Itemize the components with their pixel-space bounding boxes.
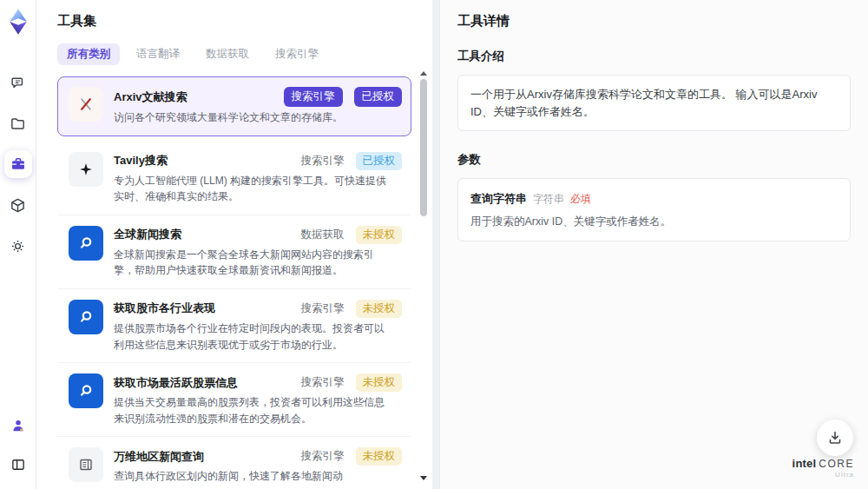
app-logo-icon[interactable]: [5, 8, 31, 36]
brand-core-text: CORE: [819, 458, 854, 470]
category-label: 数据获取: [301, 228, 345, 242]
app-window: 工具集 所有类别 语言翻译 数据获取 搜索引擎 Arxiv文献搜索: [0, 0, 868, 489]
blue-search-icon: [69, 226, 103, 261]
tool-card-regional-news[interactable]: 万维地区新闻查询 搜索引擎 未授权 查询具体行政区划内的新闻，快速了解各地新闻动: [57, 437, 411, 489]
tab-all-categories[interactable]: 所有类别: [57, 43, 120, 65]
auth-status-badge: 未授权: [356, 447, 403, 466]
param-description: 用于搜索的Arxiv ID、关键字或作者姓名。: [470, 215, 838, 229]
category-label: 搜索引擎: [301, 301, 345, 316]
sidebar-item-chat[interactable]: [4, 69, 32, 96]
details-title: 工具详情: [457, 13, 851, 30]
blue-search-icon: [69, 373, 103, 408]
sidebar-item-settings[interactable]: [4, 232, 32, 260]
cube-icon: [10, 197, 26, 214]
param-type: 字符串: [533, 193, 564, 205]
auth-status-badge: 已授权: [354, 87, 403, 107]
tool-description: 提供当天交易量最高的股票列表，投资者可以利用这些信息来识别流动性强的股票和潜在的…: [114, 394, 393, 426]
intro-heading: 工具介绍: [457, 49, 851, 64]
sidebar-bottom: [4, 412, 32, 479]
tool-list: Arxiv文献搜索 搜索引擎 已授权 访问各个研究领域大量科学论文和文章的存储库…: [57, 76, 432, 489]
category-tabs: 所有类别 语言翻译 数据获取 搜索引擎: [57, 43, 432, 65]
auth-status-badge: 未授权: [356, 300, 403, 318]
tool-name: 获取市场最活跃股票信息: [114, 375, 238, 391]
category-label: 搜索引擎: [301, 154, 345, 169]
param-name: 查询字符串: [470, 192, 527, 205]
scroll-down-arrow[interactable]: [420, 476, 427, 480]
tool-card-sector-performance[interactable]: 获取股市各行业表现 搜索引擎 未授权 提供股票市场各个行业在特定时间段内的表现。…: [57, 289, 411, 363]
list-scrollbar[interactable]: [419, 71, 428, 480]
download-button[interactable]: [817, 420, 853, 456]
tab-language-translation[interactable]: 语言翻译: [127, 43, 189, 65]
toolbox-icon: [10, 155, 27, 173]
sparkle-icon: [69, 152, 103, 187]
auth-status-badge: 未授权: [356, 226, 403, 244]
auth-status-badge: 已授权: [356, 152, 403, 170]
collapse-sidebar-button[interactable]: [4, 451, 32, 479]
panel-layout-icon: [10, 457, 26, 472]
user-avatar[interactable]: [4, 412, 32, 439]
param-required-badge: 必填: [570, 193, 591, 205]
user-icon: [10, 418, 26, 433]
tool-description: 提供股票市场各个行业在特定时间段内的表现。投资者可以利用这些信息来识别表现优于或…: [114, 320, 393, 353]
newspaper-icon: [69, 447, 103, 482]
sidebar-item-files[interactable]: [4, 109, 32, 137]
tab-search-engine[interactable]: 搜索引擎: [266, 43, 328, 65]
brand-ultra-text: Ultra: [792, 472, 854, 479]
gear-icon: [10, 238, 26, 254]
tool-description: 查询具体行政区划内的新闻，快速了解各地新闻动: [114, 468, 393, 485]
sidebar: [0, 0, 36, 489]
intel-core-logo: intelCORE Ultra: [792, 456, 854, 479]
brand-intel-text: intel: [792, 457, 817, 470]
category-badge: 搜索引擎: [284, 87, 343, 107]
sidebar-nav: [4, 69, 32, 260]
chat-icon: [10, 75, 26, 91]
tool-name: 全球新闻搜索: [114, 227, 181, 242]
download-icon: [826, 429, 844, 446]
tool-name: Arxiv文献搜索: [114, 89, 187, 105]
tool-name: 获取股市各行业表现: [114, 301, 215, 316]
tool-name: 万维地区新闻查询: [114, 449, 204, 465]
page-title: 工具集: [57, 13, 432, 30]
category-label: 搜索引擎: [301, 375, 345, 390]
sidebar-item-tools[interactable]: [4, 150, 32, 178]
tool-name: Tavily搜索: [114, 153, 168, 169]
scrollbar-thumb[interactable]: [420, 79, 427, 216]
tool-details-panel: 工具详情 工具介绍 一个用于从Arxiv存储库搜索科学论文和文章的工具。 输入可…: [439, 0, 868, 489]
parameter-box: 查询字符串字符串必填 用于搜索的Arxiv ID、关键字或作者姓名。: [457, 178, 851, 241]
tool-list-panel: 工具集 所有类别 语言翻译 数据获取 搜索引擎 Arxiv文献搜索: [36, 0, 432, 489]
category-label: 搜索引擎: [301, 449, 345, 464]
folder-icon: [10, 116, 26, 132]
sidebar-item-packages[interactable]: [4, 191, 32, 219]
tool-card-tavily[interactable]: Tavily搜索 搜索引擎 已授权 专为人工智能代理 (LLM) 构建的搜索引擎…: [57, 142, 411, 215]
tool-card-most-active-stocks[interactable]: 获取市场最活跃股票信息 搜索引擎 未授权 提供当天交易量最高的股票列表，投资者可…: [57, 363, 411, 437]
tool-description: 全球新闻搜索是一个聚合全球各大新闻网站内容的搜索引擎，帮助用户快速获取全球最新资…: [114, 247, 393, 279]
arxiv-x-icon: [69, 87, 103, 122]
tool-description: 专为人工智能代理 (LLM) 构建的搜索引擎工具。可快速提供实时、准确和真实的结…: [114, 173, 393, 205]
tool-description: 访问各个研究领域大量科学论文和文章的存储库。: [114, 109, 393, 126]
tool-card-global-news[interactable]: 全球新闻搜索 数据获取 未授权 全球新闻搜索是一个聚合全球各大新闻网站内容的搜索…: [57, 215, 411, 289]
scroll-up-arrow[interactable]: [420, 71, 427, 76]
params-heading: 参数: [457, 152, 851, 168]
tool-card-arxiv[interactable]: Arxiv文献搜索 搜索引擎 已授权 访问各个研究领域大量科学论文和文章的存储库…: [57, 76, 411, 136]
auth-status-badge: 未授权: [356, 373, 403, 392]
tab-data-fetch[interactable]: 数据获取: [196, 43, 259, 65]
blue-search-icon: [69, 300, 103, 334]
tool-intro-box: 一个用于从Arxiv存储库搜索科学论文和文章的工具。 输入可以是Arxiv ID…: [457, 75, 851, 131]
